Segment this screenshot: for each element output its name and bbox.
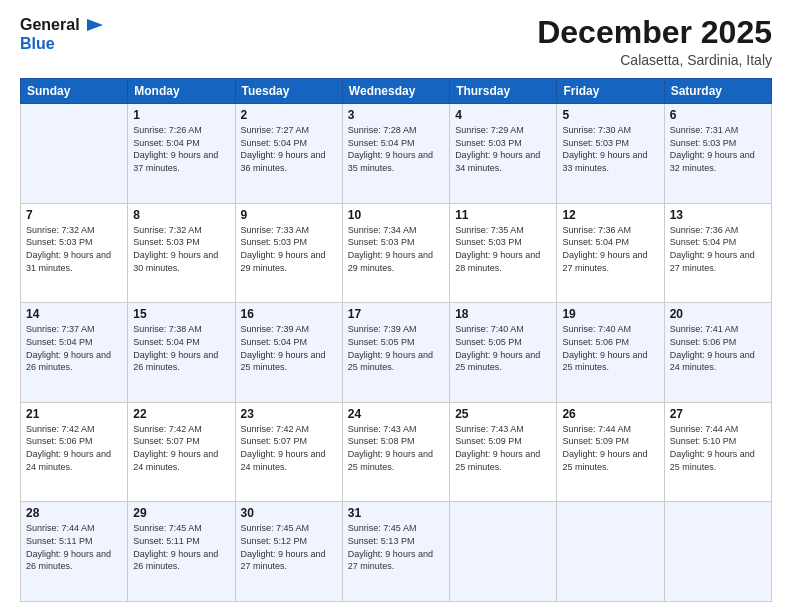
day-number: 19 xyxy=(562,307,658,321)
day-number: 14 xyxy=(26,307,122,321)
day-info: Sunrise: 7:32 AMSunset: 5:03 PMDaylight:… xyxy=(26,224,122,274)
day-info: Sunrise: 7:44 AMSunset: 5:09 PMDaylight:… xyxy=(562,423,658,473)
day-info: Sunrise: 7:29 AMSunset: 5:03 PMDaylight:… xyxy=(455,124,551,174)
calendar-cell: 21Sunrise: 7:42 AMSunset: 5:06 PMDayligh… xyxy=(21,402,128,502)
logo-general-text: General xyxy=(20,16,80,34)
calendar-cell xyxy=(450,502,557,602)
calendar-week-row: 28Sunrise: 7:44 AMSunset: 5:11 PMDayligh… xyxy=(21,502,772,602)
day-number: 23 xyxy=(241,407,337,421)
col-tuesday: Tuesday xyxy=(235,79,342,104)
day-number: 9 xyxy=(241,208,337,222)
calendar-cell: 30Sunrise: 7:45 AMSunset: 5:12 PMDayligh… xyxy=(235,502,342,602)
calendar-table: Sunday Monday Tuesday Wednesday Thursday… xyxy=(20,78,772,602)
col-thursday: Thursday xyxy=(450,79,557,104)
calendar-cell: 17Sunrise: 7:39 AMSunset: 5:05 PMDayligh… xyxy=(342,303,449,403)
calendar-cell: 20Sunrise: 7:41 AMSunset: 5:06 PMDayligh… xyxy=(664,303,771,403)
day-number: 28 xyxy=(26,506,122,520)
day-info: Sunrise: 7:43 AMSunset: 5:09 PMDaylight:… xyxy=(455,423,551,473)
day-info: Sunrise: 7:38 AMSunset: 5:04 PMDaylight:… xyxy=(133,323,229,373)
calendar-cell: 9Sunrise: 7:33 AMSunset: 5:03 PMDaylight… xyxy=(235,203,342,303)
day-number: 29 xyxy=(133,506,229,520)
day-info: Sunrise: 7:42 AMSunset: 5:06 PMDaylight:… xyxy=(26,423,122,473)
day-number: 7 xyxy=(26,208,122,222)
calendar-cell: 7Sunrise: 7:32 AMSunset: 5:03 PMDaylight… xyxy=(21,203,128,303)
calendar-week-row: 21Sunrise: 7:42 AMSunset: 5:06 PMDayligh… xyxy=(21,402,772,502)
logo-blue-text: Blue xyxy=(20,35,55,53)
calendar-cell: 27Sunrise: 7:44 AMSunset: 5:10 PMDayligh… xyxy=(664,402,771,502)
calendar-cell: 1Sunrise: 7:26 AMSunset: 5:04 PMDaylight… xyxy=(128,104,235,204)
day-info: Sunrise: 7:35 AMSunset: 5:03 PMDaylight:… xyxy=(455,224,551,274)
day-number: 31 xyxy=(348,506,444,520)
calendar-cell: 8Sunrise: 7:32 AMSunset: 5:03 PMDaylight… xyxy=(128,203,235,303)
calendar-week-row: 7Sunrise: 7:32 AMSunset: 5:03 PMDaylight… xyxy=(21,203,772,303)
page-header: General Blue December 2025 Calasetta, Sa… xyxy=(20,15,772,68)
day-info: Sunrise: 7:37 AMSunset: 5:04 PMDaylight:… xyxy=(26,323,122,373)
day-info: Sunrise: 7:36 AMSunset: 5:04 PMDaylight:… xyxy=(562,224,658,274)
day-number: 12 xyxy=(562,208,658,222)
calendar-cell: 6Sunrise: 7:31 AMSunset: 5:03 PMDaylight… xyxy=(664,104,771,204)
day-info: Sunrise: 7:44 AMSunset: 5:10 PMDaylight:… xyxy=(670,423,766,473)
day-number: 15 xyxy=(133,307,229,321)
day-number: 13 xyxy=(670,208,766,222)
day-number: 11 xyxy=(455,208,551,222)
calendar-cell: 15Sunrise: 7:38 AMSunset: 5:04 PMDayligh… xyxy=(128,303,235,403)
calendar-cell: 31Sunrise: 7:45 AMSunset: 5:13 PMDayligh… xyxy=(342,502,449,602)
calendar-cell xyxy=(21,104,128,204)
calendar-cell: 22Sunrise: 7:42 AMSunset: 5:07 PMDayligh… xyxy=(128,402,235,502)
day-info: Sunrise: 7:42 AMSunset: 5:07 PMDaylight:… xyxy=(133,423,229,473)
calendar-cell: 28Sunrise: 7:44 AMSunset: 5:11 PMDayligh… xyxy=(21,502,128,602)
calendar-cell xyxy=(664,502,771,602)
calendar-cell: 12Sunrise: 7:36 AMSunset: 5:04 PMDayligh… xyxy=(557,203,664,303)
location: Calasetta, Sardinia, Italy xyxy=(537,52,772,68)
calendar-cell: 24Sunrise: 7:43 AMSunset: 5:08 PMDayligh… xyxy=(342,402,449,502)
day-number: 24 xyxy=(348,407,444,421)
day-number: 6 xyxy=(670,108,766,122)
day-info: Sunrise: 7:36 AMSunset: 5:04 PMDaylight:… xyxy=(670,224,766,274)
day-info: Sunrise: 7:26 AMSunset: 5:04 PMDaylight:… xyxy=(133,124,229,174)
day-number: 2 xyxy=(241,108,337,122)
day-number: 22 xyxy=(133,407,229,421)
col-monday: Monday xyxy=(128,79,235,104)
day-info: Sunrise: 7:30 AMSunset: 5:03 PMDaylight:… xyxy=(562,124,658,174)
calendar-cell xyxy=(557,502,664,602)
calendar-cell: 10Sunrise: 7:34 AMSunset: 5:03 PMDayligh… xyxy=(342,203,449,303)
day-number: 4 xyxy=(455,108,551,122)
day-info: Sunrise: 7:39 AMSunset: 5:04 PMDaylight:… xyxy=(241,323,337,373)
calendar-cell: 23Sunrise: 7:42 AMSunset: 5:07 PMDayligh… xyxy=(235,402,342,502)
calendar-cell: 19Sunrise: 7:40 AMSunset: 5:06 PMDayligh… xyxy=(557,303,664,403)
logo-arrow-icon xyxy=(83,15,103,35)
day-number: 18 xyxy=(455,307,551,321)
day-info: Sunrise: 7:32 AMSunset: 5:03 PMDaylight:… xyxy=(133,224,229,274)
calendar-week-row: 1Sunrise: 7:26 AMSunset: 5:04 PMDaylight… xyxy=(21,104,772,204)
day-number: 25 xyxy=(455,407,551,421)
calendar-cell: 13Sunrise: 7:36 AMSunset: 5:04 PMDayligh… xyxy=(664,203,771,303)
calendar-page: General Blue December 2025 Calasetta, Sa… xyxy=(0,0,792,612)
day-number: 21 xyxy=(26,407,122,421)
day-info: Sunrise: 7:43 AMSunset: 5:08 PMDaylight:… xyxy=(348,423,444,473)
calendar-cell: 14Sunrise: 7:37 AMSunset: 5:04 PMDayligh… xyxy=(21,303,128,403)
day-info: Sunrise: 7:41 AMSunset: 5:06 PMDaylight:… xyxy=(670,323,766,373)
day-number: 27 xyxy=(670,407,766,421)
calendar-cell: 11Sunrise: 7:35 AMSunset: 5:03 PMDayligh… xyxy=(450,203,557,303)
day-info: Sunrise: 7:33 AMSunset: 5:03 PMDaylight:… xyxy=(241,224,337,274)
day-number: 5 xyxy=(562,108,658,122)
calendar-cell: 16Sunrise: 7:39 AMSunset: 5:04 PMDayligh… xyxy=(235,303,342,403)
day-info: Sunrise: 7:27 AMSunset: 5:04 PMDaylight:… xyxy=(241,124,337,174)
day-number: 1 xyxy=(133,108,229,122)
svg-marker-0 xyxy=(87,19,103,31)
day-info: Sunrise: 7:42 AMSunset: 5:07 PMDaylight:… xyxy=(241,423,337,473)
day-number: 8 xyxy=(133,208,229,222)
day-number: 26 xyxy=(562,407,658,421)
calendar-week-row: 14Sunrise: 7:37 AMSunset: 5:04 PMDayligh… xyxy=(21,303,772,403)
calendar-cell: 25Sunrise: 7:43 AMSunset: 5:09 PMDayligh… xyxy=(450,402,557,502)
calendar-cell: 2Sunrise: 7:27 AMSunset: 5:04 PMDaylight… xyxy=(235,104,342,204)
calendar-cell: 18Sunrise: 7:40 AMSunset: 5:05 PMDayligh… xyxy=(450,303,557,403)
col-friday: Friday xyxy=(557,79,664,104)
calendar-cell: 3Sunrise: 7:28 AMSunset: 5:04 PMDaylight… xyxy=(342,104,449,204)
day-number: 17 xyxy=(348,307,444,321)
title-block: December 2025 Calasetta, Sardinia, Italy xyxy=(537,15,772,68)
day-info: Sunrise: 7:40 AMSunset: 5:06 PMDaylight:… xyxy=(562,323,658,373)
day-info: Sunrise: 7:28 AMSunset: 5:04 PMDaylight:… xyxy=(348,124,444,174)
day-number: 30 xyxy=(241,506,337,520)
day-number: 16 xyxy=(241,307,337,321)
